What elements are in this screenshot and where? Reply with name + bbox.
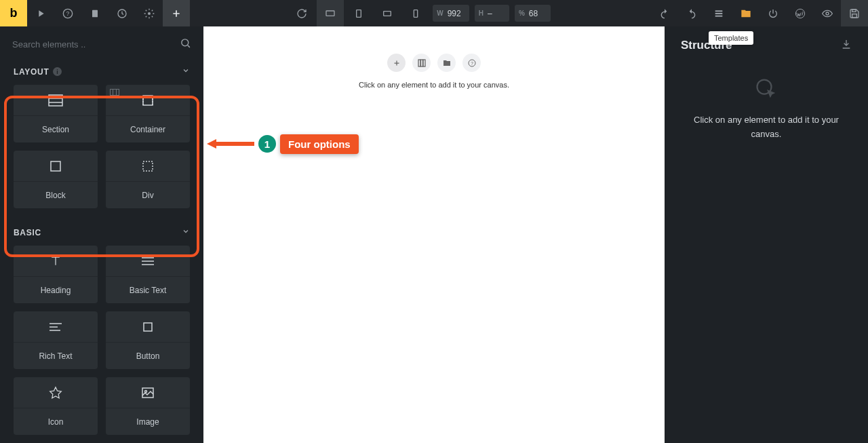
pages-button[interactable]	[81, 0, 108, 26]
heading-icon	[14, 246, 98, 277]
redo-button[interactable]	[678, 0, 705, 26]
element-label: Image	[136, 408, 159, 435]
search-icon[interactable]	[180, 37, 191, 52]
element-label: Button	[136, 343, 160, 369]
cursor-icon	[754, 77, 778, 101]
top-toolbar: b ? W992 H– %68 Templates	[0, 0, 868, 26]
element-label: Heading	[41, 277, 71, 303]
section-icon	[14, 85, 98, 116]
annotation-number-badge: 1	[257, 134, 277, 154]
annotation-label: Four options	[280, 134, 359, 154]
app-logo[interactable]: b	[0, 0, 27, 26]
canvas[interactable]: ? Click on any element to add it to your…	[203, 26, 665, 443]
canvas-help-button[interactable]: ?	[462, 54, 481, 72]
svg-rect-8	[414, 9, 418, 17]
reload-button[interactable]	[288, 0, 315, 26]
svg-rect-10	[715, 13, 723, 14]
viewport-desktop-button[interactable]	[317, 0, 344, 26]
viewport-mobile-button[interactable]	[402, 0, 429, 26]
element-block[interactable]: Block	[14, 151, 98, 208]
chevron-down-icon	[182, 66, 190, 77]
layout-section-header[interactable]: LAYOUT i	[0, 58, 203, 85]
svg-rect-9	[715, 10, 723, 12]
svg-rect-35	[420, 60, 422, 66]
basic-section-header[interactable]: BASIC	[0, 219, 203, 246]
structure-toggle-button[interactable]	[705, 0, 732, 26]
element-label: Div	[142, 182, 153, 208]
svg-text:?: ?	[66, 10, 70, 17]
svg-rect-7	[384, 11, 391, 16]
svg-rect-2	[92, 9, 98, 17]
layout-section-title: LAYOUT	[14, 67, 49, 77]
add-element-button[interactable]	[163, 0, 190, 26]
search-input[interactable]	[12, 39, 174, 50]
play-button[interactable]	[27, 0, 54, 26]
canvas-add-button[interactable]	[387, 54, 406, 72]
width-value: 992	[448, 9, 465, 18]
star-icon	[14, 377, 98, 408]
structure-panel: Structure Click on any element to add it…	[665, 26, 868, 443]
zoom-label: %	[519, 9, 525, 17]
width-label: W	[437, 9, 443, 17]
element-button[interactable]: Button	[106, 311, 190, 369]
templates-tooltip: Templates	[709, 31, 753, 45]
element-label: Basic Text	[130, 277, 166, 303]
canvas-columns-button[interactable]	[412, 54, 431, 72]
info-icon[interactable]: i	[53, 67, 62, 76]
block-icon	[14, 151, 98, 182]
undo-button[interactable]	[651, 0, 678, 26]
element-div[interactable]: Div	[106, 151, 190, 208]
element-label: Container	[130, 116, 165, 142]
svg-rect-31	[144, 323, 152, 331]
element-label: Icon	[48, 408, 64, 435]
width-field[interactable]: W992	[433, 5, 469, 22]
basic-text-icon	[106, 246, 190, 277]
svg-point-16	[182, 39, 189, 46]
annotation-callout: 1 Four options	[207, 134, 359, 154]
element-rich-text[interactable]: Rich Text	[14, 311, 98, 369]
settings-button[interactable]	[136, 0, 163, 26]
svg-rect-24	[143, 161, 153, 171]
arrow-left-icon	[207, 139, 254, 149]
zoom-field[interactable]: %68	[515, 5, 551, 22]
grid-icon	[110, 89, 119, 96]
revisions-button[interactable]	[108, 0, 136, 26]
svg-text:?: ?	[471, 60, 473, 65]
svg-rect-36	[423, 60, 425, 66]
button-icon	[106, 311, 190, 343]
height-label: H	[479, 9, 484, 17]
chevron-down-icon	[182, 227, 190, 237]
element-label: Rich Text	[39, 343, 72, 369]
element-label: Section	[42, 116, 69, 142]
download-icon[interactable]	[841, 39, 852, 52]
element-image[interactable]: Image	[106, 377, 190, 435]
preview-button[interactable]	[814, 0, 841, 26]
height-field[interactable]: H–	[475, 5, 509, 22]
svg-rect-34	[418, 60, 420, 66]
element-section[interactable]: Section	[14, 85, 98, 142]
svg-rect-23	[51, 161, 60, 171]
svg-rect-14	[852, 14, 857, 17]
help-button[interactable]: ?	[54, 0, 81, 26]
canvas-library-button[interactable]	[437, 54, 456, 72]
viewport-tablet-landscape-button[interactable]	[374, 0, 401, 26]
basic-section-title: BASIC	[14, 228, 41, 237]
save-button[interactable]	[841, 0, 868, 26]
power-button[interactable]	[760, 0, 787, 26]
svg-rect-11	[715, 15, 723, 16]
svg-point-13	[826, 12, 829, 15]
element-container[interactable]: Container	[106, 85, 190, 142]
rich-text-icon	[14, 311, 98, 343]
element-icon[interactable]: Icon	[14, 377, 98, 435]
element-basic-text[interactable]: Basic Text	[106, 246, 190, 303]
div-icon	[106, 151, 190, 182]
zoom-value: 68	[529, 9, 547, 18]
viewport-tablet-portrait-button[interactable]	[345, 0, 372, 26]
svg-rect-17	[49, 95, 62, 106]
svg-point-4	[148, 12, 151, 15]
element-heading[interactable]: Heading	[14, 246, 98, 303]
element-label: Block	[45, 182, 65, 208]
templates-button[interactable]	[732, 0, 760, 26]
wordpress-button[interactable]	[787, 0, 814, 26]
svg-rect-15	[852, 9, 856, 12]
